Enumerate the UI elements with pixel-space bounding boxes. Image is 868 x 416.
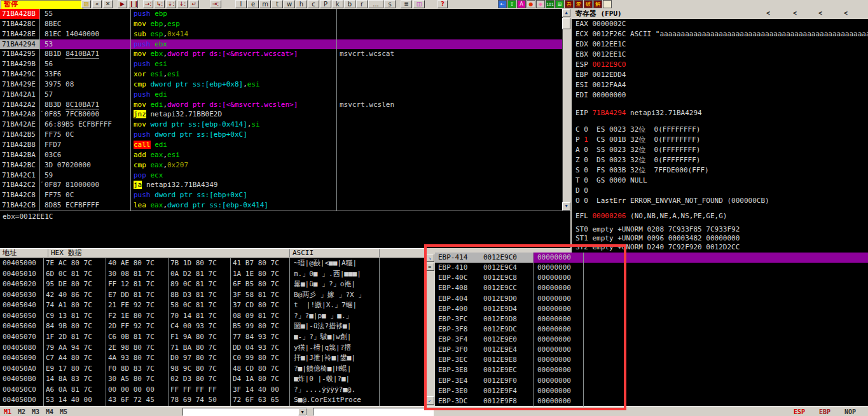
memory-slot-m2[interactable]: M2 xyxy=(18,408,25,415)
dump-row[interactable]: 00405090C7 A4 80 7C4A 93 80 7CD0 97 80 7… xyxy=(0,353,425,364)
go-to-address-icon[interactable]: ⇥: xyxy=(210,0,221,8)
quickpatch-nop[interactable]: NOP xyxy=(844,408,856,415)
dump-row[interactable]: 004050007E AC 80 7C40 AE 80 7C7B 1D 80 7… xyxy=(0,258,425,269)
stack-pane[interactable]: EBP-4140012E9C000000000EBP-4100012E9C400… xyxy=(435,253,868,406)
collapse-icon[interactable]: < xyxy=(793,10,797,17)
dump-row[interactable]: 0040502095 DE 80 7CFF 12 81 7C89 0C 81 7… xyxy=(0,279,425,290)
scrollbar-thumb[interactable] xyxy=(562,18,570,29)
dump-row[interactable]: 004050C0A6 0A 81 7C00 00 00 00FF FF FF F… xyxy=(0,385,425,396)
toolbar-letter-h[interactable]: h xyxy=(296,0,307,8)
animate-over-icon[interactable]: ↓: xyxy=(177,0,188,8)
step-over-icon[interactable]: ↳: xyxy=(155,0,165,8)
cn-plugin-icon-1[interactable]: 吾 xyxy=(565,0,574,8)
disasm-row[interactable]: 71BA42C2ˇ0F87 81000000ja netapi32.71BA43… xyxy=(0,180,562,190)
register-line[interactable]: C 0 ES 0023 32位 0(FFFFFFFF) xyxy=(572,125,868,135)
appearance-icon[interactable]: ◫ xyxy=(413,0,425,8)
disasm-row[interactable]: 71BA42B8FFD7call edi xyxy=(0,140,562,150)
stack-row[interactable]: EBP-4040012E9D000000000 xyxy=(435,294,868,304)
step-into-icon[interactable]: →: xyxy=(143,0,153,8)
stack-row[interactable]: EBP-3F80012E9DC00000000 xyxy=(435,324,868,335)
disasm-row[interactable]: 71BA428E81EC 14040000sub esp,0x414 xyxy=(0,29,562,39)
toolbar-letter-m[interactable]: m xyxy=(259,0,271,8)
toolbar-letter-P[interactable]: P xyxy=(320,0,331,8)
stack-row[interactable]: EBP-3E00012E9F400000000 xyxy=(435,386,868,396)
disasm-row[interactable]: 71BA42958B1D 8410BA71mov ebx,dword ptr d… xyxy=(0,49,562,59)
dump-row[interactable]: 004050B014 8A 83 7C30 A5 80 7C02 D3 80 7… xyxy=(0,374,425,385)
register-line[interactable]: S 0 FS 003B 32位 7FFDE000(FFF) xyxy=(572,165,868,176)
stack-row[interactable]: EBP-4080012E9CC00000000 xyxy=(435,283,868,293)
register-line[interactable]: EDI 00000000 xyxy=(572,90,868,101)
toolbar-letter-w[interactable]: w xyxy=(284,0,295,8)
disassembly-pane[interactable]: 71BA428B55push ebp71BA428C8BECmov ebp,es… xyxy=(0,9,562,211)
disasm-row[interactable]: 71BA42C8FF75 0Cpush dword ptr ss:[ebp+0x… xyxy=(0,190,562,200)
stack-row[interactable]: EBP-4100012E9C400000000 xyxy=(435,263,868,273)
collapse-icon[interactable]: < xyxy=(818,10,822,17)
stack-thumb-icon[interactable]: ≡ xyxy=(425,263,434,271)
dump-row[interactable]: 0040504074 A1 80 7C21 FE 92 7C58 0C 81 7… xyxy=(0,300,425,311)
help-button[interactable]: ? xyxy=(437,0,448,8)
disasm-row[interactable]: 71BA42A8ˇ0F85 7FCB0000jnz netapi32.71BB0… xyxy=(0,109,562,120)
options-icon[interactable]: ≣ xyxy=(401,0,412,8)
dump-row[interactable]: 0040506084 9B 80 7C2D FF 92 7CC4 00 93 7… xyxy=(0,321,425,332)
patch-field[interactable] xyxy=(313,408,434,416)
register-line[interactable]: EAX 0000002C xyxy=(572,19,868,29)
close-icon[interactable]: ✕ xyxy=(103,0,113,8)
dump-row[interactable]: 004050701F 2D 81 7CC6 0B 81 7CF1 9A 80 7… xyxy=(0,332,425,343)
trace-icon[interactable]: ◉ xyxy=(536,0,545,8)
animate-into-icon[interactable]: ⇣: xyxy=(166,0,176,8)
register-line[interactable]: ST2 empty +UNORM D240 7C92F920 0012D2CC xyxy=(572,243,868,252)
dump-row[interactable]: 004050D053 14 40 0043 6F 72 4578 69 74 5… xyxy=(0,395,425,406)
register-line[interactable]: EDX 0012EE1C xyxy=(572,39,868,50)
run-icon[interactable]: ▶ xyxy=(118,0,127,8)
quickpatch-ebp[interactable]: EBP xyxy=(819,408,830,415)
dump-row[interactable]: 0040503042 40 86 7CE7 DD 81 7C8B D3 81 7… xyxy=(0,290,425,301)
stack-row[interactable]: EBP-4140012E9C000000000 xyxy=(435,253,868,263)
cn-plugin-icon-2[interactable]: 爱 xyxy=(574,0,583,8)
cn-plugin-icon-4[interactable]: 解 xyxy=(593,0,602,8)
memory-slot-m5[interactable]: M5 xyxy=(60,408,67,415)
open-file-icon[interactable]: ▨ xyxy=(81,0,91,8)
disasm-row[interactable]: 71BA42A28B3D 8C10BA71mov edi,dword ptr d… xyxy=(0,100,562,110)
disasm-row[interactable]: 71BA429B56push esi xyxy=(0,59,562,69)
disasm-row[interactable]: 71BA428B55push ebp xyxy=(0,9,562,19)
assembler-icon[interactable]: A xyxy=(517,0,526,8)
toolbar-letter-k[interactable]: k xyxy=(332,0,343,8)
quickpatch-esp[interactable]: ESP xyxy=(794,408,805,415)
register-line[interactable]: T 0 GS 0000 NULL xyxy=(572,176,868,186)
disasm-row[interactable]: 71BA42BC3D 07020000cmp eax,0x207 xyxy=(0,160,562,170)
windows-grid-icon[interactable]: ⊞ xyxy=(555,0,564,8)
stack-row[interactable]: EBP-40C0012E9C800000000 xyxy=(435,273,868,283)
toolbar-letter-t[interactable]: t xyxy=(272,0,283,8)
toolbar-letter-l[interactable]: l xyxy=(235,0,247,8)
toolbar-letter-s[interactable]: s xyxy=(384,0,396,8)
disasm-scrollbar[interactable] xyxy=(562,9,570,211)
register-line[interactable]: D 0 xyxy=(572,186,868,196)
disasm-row[interactable]: 71BA42B5FF75 0Cpush dword ptr ss:[ebp+0x… xyxy=(0,130,562,140)
disasm-row[interactable]: 71BA42A157push edi xyxy=(0,90,562,100)
disasm-row[interactable]: 71BA42AE66:89B5 ECFBFFFFmov word ptr ss:… xyxy=(0,120,562,130)
register-line[interactable]: A 0 SS 0023 32位 0(FFFFFFFF) xyxy=(572,145,868,155)
toolbar-letter-b[interactable]: b xyxy=(344,0,355,8)
dump-row[interactable]: 00405050C9 13 81 7CF2 1E 80 7C70 14 81 7… xyxy=(0,311,425,322)
disasm-row[interactable]: 71BA42C159pop ecx xyxy=(0,170,562,181)
disasm-row[interactable]: 71BA429E3975 08cmp dword ptr ss:[ebp+0x8… xyxy=(0,80,562,90)
memory-slot-m1[interactable]: M1 xyxy=(4,408,11,415)
toolbar-letter-e[interactable]: e xyxy=(247,0,259,8)
back-icon[interactable]: ← xyxy=(498,0,507,8)
dump-pane[interactable]: 004050007E AC 80 7C40 AE 80 7C7B 1D 80 7… xyxy=(0,258,425,406)
blank-icon[interactable] xyxy=(603,0,612,8)
registers-pane[interactable]: EAX 0000002CECX 0012F26C ASCII "aaaaaaaa… xyxy=(572,19,868,253)
stack-row[interactable]: EBP-3FC0012E9D800000000 xyxy=(435,314,868,324)
collapse-icon[interactable]: < xyxy=(844,10,848,17)
restart-icon[interactable]: « xyxy=(92,0,102,8)
register-line[interactable]: EFL 00000206 (NO,NB,NE,A,NS,PE,GE,G) xyxy=(572,211,868,221)
register-line[interactable]: ST1 empty +UNORM 0096 00003482 00000000 xyxy=(572,234,868,243)
stack-row[interactable]: EBP-3EC0012E9E800000000 xyxy=(435,355,868,365)
stack-row[interactable]: EBP-3F40012E9E000000000 xyxy=(435,335,868,345)
register-line[interactable]: P 1 CS 001B 32位 0(FFFFFFFF) xyxy=(572,135,868,145)
stack-scroll-up-icon[interactable]: ↘ xyxy=(425,254,434,262)
stack-row[interactable]: EBP-3DC0012E9F800000000 xyxy=(435,396,868,406)
memory-slot-m3[interactable]: M3 xyxy=(32,408,39,415)
disasm-row[interactable]: 71BA429453push ebx xyxy=(0,39,562,50)
register-line[interactable]: EIP 71BA4294 netapi32.71BA4294 xyxy=(572,108,868,118)
